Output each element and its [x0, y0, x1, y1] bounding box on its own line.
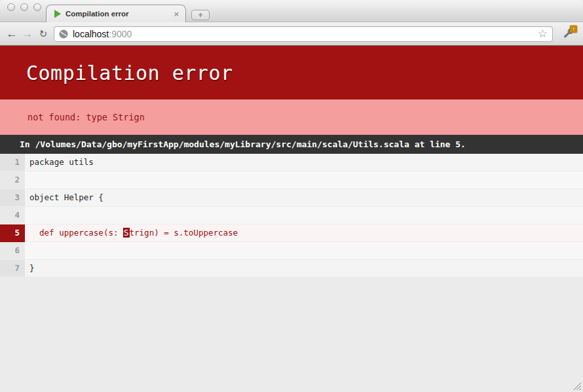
url-text[interactable]: localhost:9000 — [73, 29, 132, 39]
code-listing: 1package utils23object Helper {45 def up… — [0, 154, 583, 277]
tab-title: Compilation error — [66, 10, 172, 18]
line-number: 1 — [0, 154, 25, 171]
plus-icon: + — [198, 11, 202, 19]
code-line: 2 — [0, 171, 583, 189]
line-number: 6 — [0, 242, 25, 260]
globe-icon — [59, 29, 68, 39]
line-number: 7 — [0, 260, 25, 277]
code-line: 1package utils — [0, 154, 583, 171]
line-code — [25, 207, 583, 224]
line-number: 4 — [0, 207, 25, 224]
url-host: localhost — [73, 29, 109, 39]
line-code — [25, 242, 583, 260]
title-bar: Compilation error × + — [0, 0, 583, 22]
error-marker: S — [123, 228, 130, 238]
line-code: def uppercase(s: Strign) = s.toUppercase — [25, 224, 583, 242]
resize-grip[interactable] — [571, 380, 582, 391]
code-line: 4 — [0, 207, 583, 224]
line-number: 2 — [0, 171, 25, 189]
new-tab-button[interactable]: + — [191, 10, 210, 20]
window-controls — [7, 3, 41, 11]
code-line-error: 5 def uppercase(s: Strign) = s.toUpperca… — [0, 224, 583, 242]
code-line: 7} — [0, 260, 583, 277]
reload-button[interactable]: ↻ — [35, 29, 51, 39]
bookmark-star-icon[interactable]: ☆ — [538, 28, 548, 39]
zoom-window-button[interactable] — [33, 3, 41, 11]
browser-toolbar: ← → ↻ localhost:9000 ☆ ↑ — [0, 22, 583, 46]
back-button[interactable]: ← — [4, 28, 20, 39]
minimize-window-button[interactable] — [20, 3, 28, 11]
forward-button[interactable]: → — [20, 28, 35, 39]
line-code: } — [25, 260, 583, 277]
tab-close-icon[interactable]: × — [172, 10, 180, 18]
line-number: 3 — [0, 189, 25, 207]
page-title: Compilation error — [26, 62, 233, 84]
play-favicon-icon — [54, 10, 61, 18]
error-page: Compilation error not found: type Strign… — [0, 46, 583, 392]
line-number: 5 — [0, 224, 25, 242]
address-bar[interactable]: localhost:9000 ☆ — [54, 26, 553, 42]
error-header: Compilation error — [0, 46, 583, 99]
code-line: 6 — [0, 242, 583, 260]
error-location: In /Volumes/Data/gbo/myFirstApp/modules/… — [0, 135, 583, 154]
update-badge: ↑ — [570, 26, 577, 33]
close-window-button[interactable] — [7, 3, 15, 11]
error-message: not found: type Strign — [0, 99, 583, 135]
code-line: 3object Helper { — [0, 189, 583, 207]
tab-compilation-error[interactable]: Compilation error × — [46, 5, 186, 22]
browser-window: Compilation error × + ← → ↻ localhost:90… — [0, 0, 583, 392]
line-code — [25, 171, 583, 189]
line-code: package utils — [25, 154, 583, 171]
settings-menu-button[interactable]: ↑ — [559, 26, 576, 43]
line-code: object Helper { — [25, 189, 583, 207]
url-port: :9000 — [109, 29, 132, 39]
